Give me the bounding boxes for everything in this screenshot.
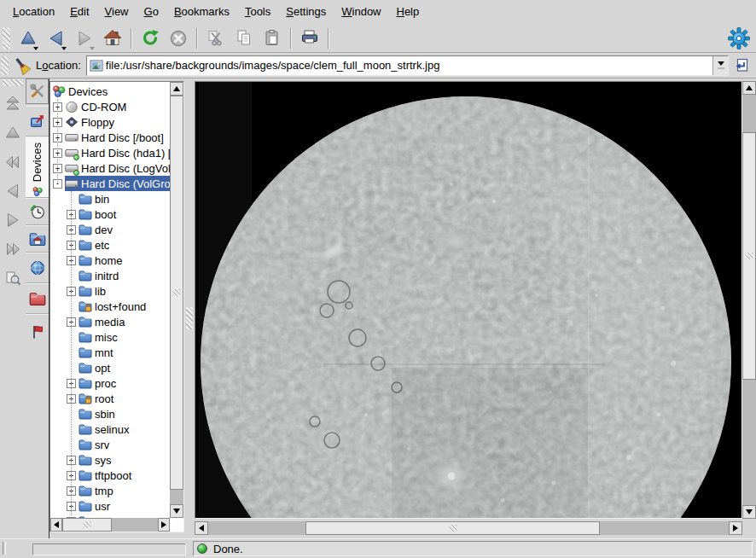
folder-icon — [79, 484, 92, 497]
stop-button[interactable] — [164, 26, 192, 51]
tree-item-selinux[interactable]: selinux — [50, 421, 170, 437]
paste-button[interactable] — [258, 26, 286, 51]
tree-item-floppy[interactable]: +Floppy — [50, 114, 170, 130]
copy-button[interactable] — [230, 26, 258, 51]
scroll-up-button[interactable] — [170, 82, 183, 96]
scroll-right-button[interactable] — [729, 521, 742, 535]
tree-item-sys[interactable]: +sys — [50, 452, 170, 468]
tree-item-label: home — [95, 254, 123, 267]
folder-icon — [79, 346, 92, 359]
double-up-button[interactable] — [0, 90, 26, 119]
double-forward-button[interactable] — [0, 235, 26, 264]
scroll-left-button[interactable] — [50, 518, 62, 532]
tree-vertical-scrollbar[interactable] — [170, 82, 183, 518]
up-nav-button[interactable] — [0, 119, 26, 148]
back-button[interactable] — [42, 26, 70, 51]
tree-item-mnt[interactable]: mnt — [50, 345, 170, 360]
double-back-button[interactable] — [0, 148, 26, 177]
tree-item-lost+found[interactable]: lost+found — [50, 299, 170, 314]
up-button[interactable] — [14, 26, 42, 51]
cut-button[interactable] — [201, 26, 230, 51]
scroll-down-button[interactable] — [742, 505, 756, 519]
location-input[interactable]: file:/usr/share/backgrounds/images/space… — [106, 59, 440, 72]
menu-location[interactable]: Location — [5, 1, 62, 23]
home-button[interactable] — [98, 26, 126, 51]
history-clock-icon — [29, 203, 46, 220]
image-horizontal-scrollbar[interactable] — [195, 521, 742, 535]
tree-item-label: bin — [95, 193, 109, 206]
sidebar-config-button[interactable] — [26, 78, 49, 104]
scroll-right-button[interactable] — [158, 518, 170, 532]
image-viewport[interactable] — [195, 81, 742, 519]
tree-item-boot[interactable]: +boot — [50, 206, 170, 222]
menu-go[interactable]: Go — [137, 1, 166, 23]
tree-item-sbin[interactable]: sbin — [50, 406, 170, 421]
tab-network[interactable] — [26, 253, 49, 283]
tree-item-opt[interactable]: opt — [50, 360, 170, 375]
image-vscroll-thumb[interactable] — [742, 132, 756, 380]
tree-horizontal-scrollbar[interactable] — [50, 518, 170, 532]
menu-help[interactable]: Help — [389, 1, 427, 23]
tree-item-tmp[interactable]: +tmp — [50, 483, 170, 498]
image-vertical-scrollbar[interactable] — [742, 81, 756, 519]
tab-history[interactable] — [26, 198, 49, 225]
panel-splitter[interactable] — [184, 78, 195, 539]
extra-toolbar-drag-handle[interactable] — [3, 79, 23, 86]
clear-location-broom-icon[interactable] — [12, 56, 32, 75]
throbber — [725, 26, 753, 51]
tree-item-lib[interactable]: +lib — [50, 283, 170, 299]
tree-item-tftpboot[interactable]: +tftpboot — [50, 468, 170, 483]
tree-item-proc[interactable]: +proc — [50, 375, 170, 391]
image-hscroll-thumb[interactable] — [305, 521, 600, 535]
scroll-left-button[interactable] — [195, 521, 208, 535]
tree-item-dev[interactable]: +dev — [50, 222, 170, 237]
tree-vscroll-thumb[interactable] — [170, 96, 183, 490]
menu-view[interactable]: View — [97, 1, 137, 23]
find-button[interactable] — [0, 264, 26, 293]
tree-item-label: lib — [95, 285, 106, 298]
tree-item-home[interactable]: +home — [50, 253, 170, 268]
menu-settings[interactable]: Settings — [278, 1, 334, 23]
tab-services[interactable] — [26, 314, 49, 348]
tab-home-folder[interactable] — [26, 225, 49, 253]
back-nav-button[interactable] — [0, 177, 26, 206]
tree-item-root[interactable]: +root — [50, 391, 170, 406]
forward-nav-button[interactable] — [0, 206, 26, 235]
folder-lock-icon — [79, 392, 92, 405]
tree-item-misc[interactable]: misc — [50, 329, 170, 345]
location-toolbar-drag-handle[interactable] — [1, 56, 9, 75]
location-combobox[interactable]: file:/usr/share/backgrounds/images/space… — [86, 55, 729, 76]
tree-item-cd-rom[interactable]: +CD-ROM — [50, 99, 170, 114]
print-button[interactable] — [295, 26, 323, 51]
tab-devices[interactable]: Devices — [26, 137, 49, 198]
scroll-up-button[interactable] — [742, 81, 756, 95]
tab-bookmarks[interactable] — [26, 106, 49, 137]
tree-item-srv[interactable]: srv — [50, 437, 170, 452]
tree-item-initrd[interactable]: initrd — [50, 268, 170, 283]
tree-item-hard-disc-boot-[interactable]: +Hard Disc [/boot] — [50, 130, 170, 145]
tree-item-bin[interactable]: bin — [50, 191, 170, 206]
location-dropdown-button[interactable] — [712, 56, 728, 75]
menu-window[interactable]: Window — [334, 1, 388, 23]
tree-item-etc[interactable]: +etc — [50, 237, 170, 253]
toolbar-drag-handle[interactable] — [3, 27, 10, 49]
tree-hscroll-thumb[interactable] — [62, 518, 112, 532]
scroll-down-button[interactable] — [170, 504, 183, 518]
tab-root-folder[interactable] — [26, 283, 49, 314]
forward-button[interactable] — [70, 26, 98, 51]
tree-item-hard-disc-hda1-[interactable]: +Hard Disc (hda1) [/ — [50, 145, 170, 160]
tree-item-hard-disc-logvolg[interactable]: +Hard Disc (LogVolG — [50, 160, 170, 176]
go-button[interactable] — [732, 55, 753, 76]
toolbar-separator — [290, 28, 291, 49]
tree-item-label: initrd — [95, 270, 119, 282]
tree-item-devices[interactable]: Devices — [50, 84, 170, 99]
tree-item-hard-disc-volgrou[interactable]: -Hard Disc (VolGrou — [50, 176, 170, 191]
cdrom-icon — [65, 100, 79, 113]
menu-bookmarks[interactable]: Bookmarks — [166, 1, 237, 23]
sidebar-tree-panel: Devices+CD-ROM+Floppy+Hard Disc [/boot]+… — [49, 81, 184, 532]
reload-button[interactable] — [136, 26, 164, 51]
tree-item-media[interactable]: +media — [50, 314, 170, 329]
tree-item-usr[interactable]: +usr — [50, 498, 170, 514]
menu-edit[interactable]: Edit — [62, 1, 96, 23]
menu-tools[interactable]: Tools — [237, 1, 278, 23]
